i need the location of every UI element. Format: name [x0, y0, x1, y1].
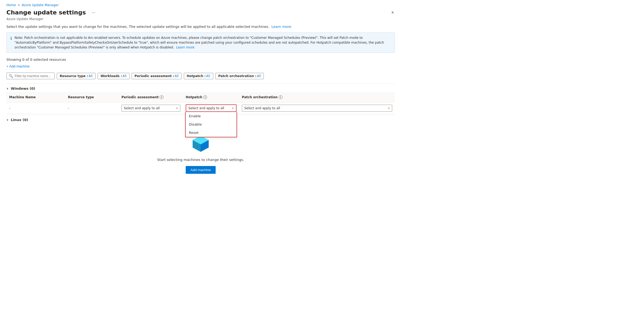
- info-banner-link[interactable]: Learn more: [176, 46, 194, 49]
- hotpatch-option-enable[interactable]: Enable: [186, 112, 237, 120]
- table-container: Machine Name Resource type Periodic asse…: [6, 92, 395, 114]
- linux-section-label: Linux (0): [11, 118, 28, 122]
- description-learn-more[interactable]: Learn more: [271, 25, 291, 29]
- hotpatch-dropdown-wrapper: Select and apply to all ∨ Enable Disable…: [186, 104, 237, 112]
- hotpatch-dropdown-value: Select and apply to all: [188, 106, 224, 110]
- chip-value-resource-type: All: [89, 74, 93, 78]
- add-machine-link[interactable]: + Add machine: [6, 64, 29, 68]
- hotpatch-option-reset[interactable]: Reset: [186, 129, 237, 137]
- table-row: - - Select and apply to all ∨ Select and…: [6, 103, 395, 114]
- info-banner-content: Note: Patch orchestration is not applica…: [14, 35, 391, 50]
- empty-state-text: Start selecting machines to change their…: [157, 158, 244, 162]
- info-banner-text: Note: Patch orchestration is not applica…: [14, 36, 384, 49]
- col-hotpatch-label: Hotpatch: [186, 95, 202, 99]
- chip-value-hotpatch: All: [206, 74, 210, 78]
- header-title-row: Change update settings ···: [6, 9, 97, 16]
- chip-value-patch-orchestration: All: [257, 74, 261, 78]
- chip-label-hotpatch: Hotpatch :: [187, 74, 206, 78]
- description-main-text: Select the update settings that you want…: [6, 25, 269, 29]
- hotpatch-dropdown[interactable]: Select and apply to all ∨: [186, 104, 237, 112]
- chip-label-resource-type: Resource type :: [60, 74, 88, 78]
- hotpatch-dropdown-arrow: ∨: [232, 107, 234, 110]
- col-resource-type: Resource type: [65, 94, 119, 100]
- ellipsis-button[interactable]: ···: [90, 10, 97, 16]
- page-subtitle: Azure Update Manager: [6, 17, 395, 21]
- page-container: Home > Azure Update Manager Change updat…: [0, 0, 401, 191]
- cell-hotpatch: Select and apply to all ∨ Enable Disable…: [183, 103, 239, 114]
- cell-resource-type: -: [65, 105, 119, 112]
- table-header: Machine Name Resource type Periodic asse…: [6, 92, 395, 103]
- description-text: Select the update settings that you want…: [6, 25, 395, 29]
- info-icon: ℹ: [10, 36, 12, 50]
- breadcrumb-current[interactable]: Azure Update Manager: [22, 3, 59, 7]
- cell-periodic-assessment: Select and apply to all ∨: [119, 103, 183, 113]
- hotpatch-info-icon: i: [203, 95, 207, 99]
- windows-chevron-icon: ∨: [6, 87, 9, 90]
- col-hotpatch: Hotpatch i: [183, 94, 239, 100]
- page-header: Change update settings ··· ×: [6, 9, 395, 16]
- search-icon: 🔍: [9, 74, 13, 78]
- periodic-assessment-dropdown[interactable]: Select and apply to all ∨: [121, 105, 180, 112]
- breadcrumb-home[interactable]: Home: [6, 3, 16, 7]
- col-machine-name: Machine Name: [6, 94, 65, 100]
- add-machine-primary-button[interactable]: Add machine: [186, 166, 216, 174]
- filter-search-box[interactable]: 🔍: [6, 73, 55, 79]
- patch-orchestration-info-icon: i: [279, 95, 283, 99]
- search-input[interactable]: [15, 74, 52, 78]
- breadcrumb-separator: >: [17, 3, 20, 7]
- filter-chip-periodic-assessment[interactable]: Periodic assessment : All: [132, 73, 182, 79]
- hotpatch-option-disable[interactable]: Disable: [186, 120, 237, 129]
- cell-machine-name: -: [6, 105, 65, 112]
- hotpatch-dropdown-menu: Enable Disable Reset: [185, 112, 237, 137]
- info-banner: ℹ Note: Patch orchestration is not appli…: [6, 32, 395, 53]
- chip-value-periodic-assessment: All: [175, 74, 179, 78]
- col-periodic-assessment: Periodic assessment i: [119, 94, 183, 100]
- periodic-assessment-dropdown-arrow: ∨: [176, 107, 178, 110]
- filter-bar: 🔍 Resource type : All Workloads : All Pe…: [6, 73, 395, 79]
- patch-orchestration-dropdown-value: Select and apply to all: [244, 106, 280, 110]
- filter-chip-patch-orchestration[interactable]: Patch orchestration : All: [215, 73, 264, 79]
- periodic-assessment-info-icon: i: [160, 95, 163, 99]
- col-periodic-assessment-label: Periodic assessment: [121, 95, 159, 99]
- resource-count: Showing 0 of 0 selected resources: [6, 58, 395, 62]
- patch-orchestration-dropdown-arrow: ∨: [388, 107, 390, 110]
- col-machine-name-label: Machine Name: [9, 95, 36, 99]
- page-title: Change update settings: [6, 9, 86, 16]
- chip-label-patch-orchestration: Patch orchestration :: [218, 74, 257, 78]
- chip-label-periodic-assessment: Periodic assessment :: [135, 74, 174, 78]
- filter-chip-hotpatch[interactable]: Hotpatch : All: [184, 73, 213, 79]
- periodic-assessment-dropdown-value: Select and apply to all: [124, 106, 160, 110]
- cell-patch-orchestration: Select and apply to all ∨: [239, 103, 395, 113]
- windows-section-header[interactable]: ∨ Windows (0): [6, 84, 395, 92]
- chip-label-workloads: Workloads :: [101, 74, 122, 78]
- col-patch-orchestration: Patch orchestration i: [239, 94, 395, 100]
- windows-section-label: Windows (0): [11, 86, 35, 91]
- filter-chip-resource-type[interactable]: Resource type : All: [57, 73, 96, 79]
- breadcrumb: Home > Azure Update Manager: [6, 3, 395, 7]
- col-patch-orchestration-label: Patch orchestration: [242, 95, 278, 99]
- col-resource-type-label: Resource type: [68, 95, 94, 99]
- linux-chevron-icon: ∨: [6, 118, 9, 121]
- filter-chip-workloads[interactable]: Workloads : All: [98, 73, 129, 79]
- chip-value-workloads: All: [123, 74, 127, 78]
- patch-orchestration-dropdown[interactable]: Select and apply to all ∨: [242, 105, 392, 112]
- close-button[interactable]: ×: [390, 9, 395, 16]
